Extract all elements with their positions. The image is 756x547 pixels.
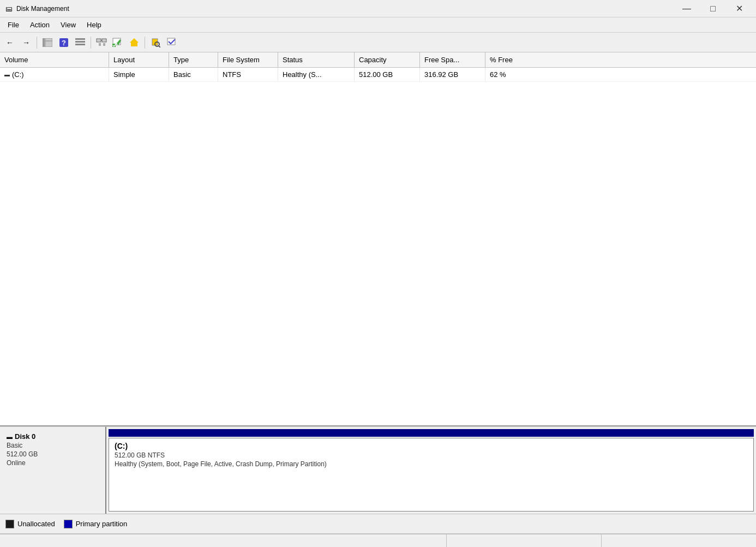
- window-title: Disk Management: [16, 5, 674, 13]
- volume-table: Volume Layout Type File System Status Ca…: [0, 52, 756, 426]
- show-hide-button[interactable]: [40, 35, 55, 50]
- partition-box-c[interactable]: (C:) 512.00 GB NTFS Healthy (System, Boo…: [109, 438, 754, 512]
- partition-drive-label: (C:): [115, 442, 748, 450]
- app-icon: 🖴: [4, 4, 13, 13]
- disk-visual-area: ▬ Disk 0 Basic 512.00 GB Online (C:) 512…: [0, 427, 756, 514]
- details-view-button[interactable]: [73, 35, 88, 50]
- forward-button[interactable]: →: [19, 35, 34, 50]
- disk-drive-icon: ▬: [7, 433, 13, 440]
- col-header-status[interactable]: Status: [278, 52, 355, 67]
- svg-line-19: [159, 46, 160, 47]
- svg-rect-6: [75, 41, 85, 43]
- legend-area: Unallocated Primary partition: [0, 514, 756, 534]
- status-segment-1: [0, 534, 447, 547]
- partition-status: Healthy (System, Boot, Page File, Active…: [115, 460, 748, 468]
- cell-layout: Simple: [109, 68, 169, 81]
- svg-text:?: ?: [62, 39, 66, 47]
- svg-rect-12: [103, 43, 105, 46]
- col-header-filesystem[interactable]: File System: [218, 52, 278, 67]
- svg-rect-5: [75, 38, 85, 40]
- col-header-freespace[interactable]: Free Spa...: [420, 52, 485, 67]
- cell-status: Healthy (S...: [278, 68, 355, 81]
- close-button[interactable]: ✕: [727, 0, 752, 17]
- legend-label-primary: Primary partition: [76, 520, 128, 528]
- disk-bar-header: [109, 429, 754, 437]
- svg-rect-7: [75, 44, 85, 45]
- disk-name: ▬ Disk 0: [7, 432, 99, 441]
- back-button[interactable]: ←: [2, 35, 17, 50]
- col-header-type[interactable]: Type: [169, 52, 218, 67]
- toolbar-separator-1: [37, 37, 37, 49]
- legend-box-primary: [64, 520, 73, 528]
- legend-box-unallocated: [5, 520, 14, 528]
- col-header-capacity[interactable]: Capacity: [355, 52, 420, 67]
- menu-action[interactable]: Action: [25, 19, 55, 31]
- connect-button[interactable]: [94, 35, 109, 50]
- svg-rect-9: [102, 39, 106, 42]
- menu-bar: File Action View Help: [0, 17, 756, 33]
- status-segment-2: [447, 534, 602, 547]
- disk-label-panel: ▬ Disk 0 Basic 512.00 GB Online: [0, 427, 106, 514]
- svg-rect-8: [97, 39, 101, 42]
- maximize-button[interactable]: □: [700, 0, 725, 17]
- disk-partition-area[interactable]: (C:) 512.00 GB NTFS Healthy (System, Boo…: [106, 427, 756, 514]
- disk-status: Online: [7, 459, 99, 467]
- svg-marker-16: [130, 38, 139, 43]
- window-controls: — □ ✕: [674, 0, 752, 17]
- disk-type: Basic: [7, 442, 99, 449]
- menu-help[interactable]: Help: [81, 19, 107, 31]
- disk-panel: ▬ Disk 0 Basic 512.00 GB Online (C:) 512…: [0, 426, 756, 534]
- drive-icon: ▬: [4, 72, 10, 78]
- up-button[interactable]: [127, 35, 142, 50]
- settings-button[interactable]: [164, 35, 179, 50]
- svg-rect-11: [99, 43, 101, 46]
- toolbar: ← → ?: [0, 33, 756, 52]
- minimize-button[interactable]: —: [674, 0, 699, 17]
- svg-rect-1: [45, 38, 52, 47]
- partition-size-fs: 512.00 GB NTFS: [115, 451, 748, 459]
- cell-type: Basic: [169, 68, 218, 81]
- status-bar: [0, 534, 756, 547]
- cell-volume: ▬ (C:): [0, 68, 109, 81]
- cell-freespace: 316.92 GB: [420, 68, 485, 81]
- title-bar: 🖴 Disk Management — □ ✕: [0, 0, 756, 17]
- table-row[interactable]: ▬ (C:) Simple Basic NTFS Healthy (S... 5…: [0, 68, 756, 82]
- toolbar-separator-3: [145, 37, 145, 49]
- col-header-layout[interactable]: Layout: [109, 52, 169, 67]
- legend-unallocated: Unallocated: [5, 520, 55, 528]
- check-button[interactable]: [110, 35, 125, 50]
- legend-primary: Primary partition: [64, 520, 128, 528]
- disk-size: 512.00 GB: [7, 450, 99, 458]
- cell-pctfree: 62 %: [485, 68, 756, 81]
- menu-file[interactable]: File: [2, 19, 25, 31]
- toolbar-separator-2: [91, 37, 91, 49]
- help-button[interactable]: ?: [56, 35, 71, 50]
- cell-capacity: 512.00 GB: [355, 68, 420, 81]
- table-header: Volume Layout Type File System Status Ca…: [0, 52, 756, 68]
- col-header-pctfree[interactable]: % Free: [485, 52, 756, 67]
- col-header-volume[interactable]: Volume: [0, 52, 109, 67]
- svg-rect-0: [43, 38, 45, 47]
- legend-label-unallocated: Unallocated: [17, 520, 55, 528]
- find-button[interactable]: [148, 35, 163, 50]
- cell-filesystem: NTFS: [218, 68, 278, 81]
- status-segment-3: [602, 534, 756, 547]
- svg-rect-15: [131, 42, 137, 46]
- main-content: Volume Layout Type File System Status Ca…: [0, 52, 756, 547]
- menu-view[interactable]: View: [55, 19, 81, 31]
